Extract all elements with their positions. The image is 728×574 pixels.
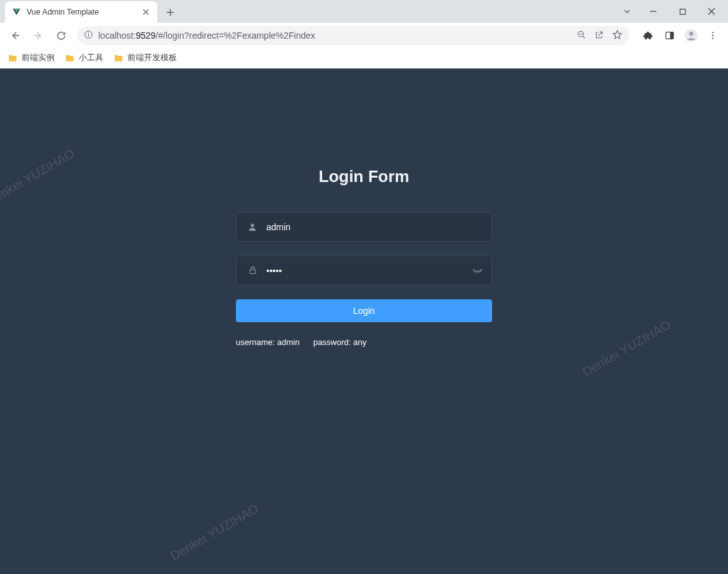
- tip-username: username: admin: [236, 337, 299, 347]
- extensions-icon[interactable]: [638, 25, 658, 46]
- site-info-icon[interactable]: [84, 30, 93, 41]
- page-content: Denkei YUZIHAO Denkei YUZIHAO Denkei YUZ…: [0, 68, 728, 574]
- bookmark-label: 前端开发模板: [127, 53, 177, 63]
- back-button[interactable]: [5, 25, 25, 46]
- watermark: Denkei YUZIHAO: [0, 146, 77, 208]
- svg-line-16: [474, 271, 474, 272]
- folder-icon: [8, 53, 18, 63]
- zoom-icon[interactable]: [576, 30, 587, 42]
- side-panel-icon[interactable]: [660, 25, 680, 46]
- login-title: Login Form: [199, 167, 529, 186]
- browser-chrome: Vue Admin Template: [0, 0, 728, 68]
- bookmark-folder[interactable]: 小工具: [65, 53, 103, 63]
- close-tab-icon[interactable]: [141, 7, 151, 17]
- watermark: Denkei YUZIHAO: [580, 317, 673, 379]
- omnibox-actions: [576, 29, 623, 42]
- svg-line-18: [479, 271, 479, 273]
- maximize-window-button[interactable]: [670, 2, 695, 21]
- vue-favicon-icon: [11, 7, 22, 17]
- username-field-wrapper: [236, 212, 492, 242]
- login-container: Login Form Login username: admin: [199, 68, 529, 347]
- folder-icon: [114, 53, 124, 63]
- window-controls: [618, 0, 728, 23]
- svg-point-12: [712, 35, 713, 36]
- url-prefix: localhost:: [98, 30, 136, 41]
- forward-button[interactable]: [28, 25, 48, 46]
- url-path: /#/login?redirect=%2Fexample%2Findex: [155, 30, 315, 41]
- bookmark-label: 小工具: [79, 53, 103, 63]
- minimize-window-button[interactable]: [640, 2, 666, 21]
- url-text: localhost:9529/#/login?redirect=%2Fexamp…: [98, 30, 315, 41]
- reload-button[interactable]: [51, 25, 71, 46]
- watermark: Denkei YUZIHAO: [168, 501, 261, 563]
- svg-rect-0: [680, 9, 685, 14]
- browser-tab[interactable]: Vue Admin Template: [5, 1, 157, 23]
- svg-line-17: [476, 271, 477, 273]
- bookmark-folder[interactable]: 前端实例: [8, 53, 55, 63]
- close-window-button[interactable]: [699, 2, 724, 21]
- password-input[interactable]: [259, 256, 482, 285]
- password-field-wrapper: [236, 256, 492, 285]
- svg-point-3: [88, 32, 89, 33]
- tab-search-icon[interactable]: [618, 2, 637, 21]
- svg-rect-15: [250, 270, 256, 273]
- svg-point-10: [689, 32, 693, 36]
- svg-point-14: [250, 223, 254, 226]
- svg-point-11: [712, 32, 713, 33]
- login-button[interactable]: Login: [236, 299, 492, 322]
- share-icon[interactable]: [594, 30, 604, 42]
- svg-point-13: [712, 37, 713, 39]
- tip-password: password: any: [313, 337, 367, 347]
- login-form: Login username: admin password: any: [236, 212, 492, 347]
- tab-title: Vue Admin Template: [27, 8, 136, 16]
- toolbar-icons: [635, 25, 723, 46]
- folder-icon: [65, 53, 75, 63]
- svg-rect-8: [670, 32, 673, 39]
- login-tips: username: admin password: any: [236, 337, 492, 347]
- bookmark-folder[interactable]: 前端开发模板: [114, 53, 177, 63]
- address-bar[interactable]: localhost:9529/#/login?redirect=%2Fexamp…: [77, 26, 629, 45]
- bookmark-label: 前端实例: [22, 53, 55, 63]
- profile-icon[interactable]: [681, 25, 701, 46]
- lock-icon: [246, 266, 259, 275]
- tab-bar: Vue Admin Template: [0, 0, 728, 23]
- username-input[interactable]: [259, 212, 482, 241]
- toggle-password-visibility-icon[interactable]: [471, 264, 484, 277]
- address-bar-row: localhost:9529/#/login?redirect=%2Fexamp…: [0, 23, 728, 48]
- menu-icon[interactable]: [703, 25, 723, 46]
- new-tab-button[interactable]: [161, 3, 179, 21]
- bookmark-star-icon[interactable]: [612, 29, 623, 42]
- user-icon: [246, 222, 259, 232]
- bookmarks-bar: 前端实例 小工具 前端开发模板: [0, 48, 728, 68]
- svg-line-5: [583, 36, 585, 38]
- svg-line-19: [481, 271, 481, 272]
- url-host: 9529: [136, 30, 155, 41]
